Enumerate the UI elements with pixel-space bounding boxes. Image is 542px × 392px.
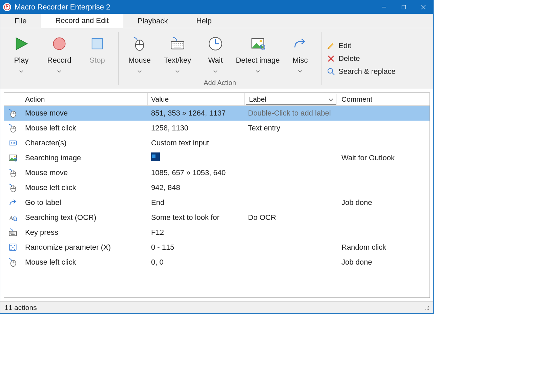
text-key-button[interactable]: Text/key [159,30,196,79]
delete-x-icon [327,55,335,63]
record-button[interactable]: Record [40,30,78,79]
table-row[interactable]: Randomize parameter (X)0 - 115Random cli… [4,240,430,255]
resize-grip-icon[interactable] [424,304,429,312]
delete-button[interactable]: Delete [327,54,396,63]
mouse-button[interactable]: Mouse [121,30,159,79]
status-text: 11 actions [4,304,37,312]
pencil-icon [327,42,335,50]
table-row[interactable]: Mouse left click0, 0Job done [4,255,430,270]
chevron-down-icon [138,67,142,75]
cell-value: F12 [148,228,245,237]
cell-value: End [148,198,245,207]
cell-comment: Random click [338,243,430,252]
cell-value: 1258, 1130 [148,124,245,132]
record-icon [52,34,67,53]
svg-point-28 [260,40,262,42]
svg-point-74 [11,249,12,250]
close-button[interactable] [414,0,433,14]
table-row[interactable]: Searching imageWait for Outlook [4,150,430,165]
search-replace-label: Search & replace [338,67,396,76]
svg-point-5 [53,38,65,49]
key-icon [4,228,22,237]
tab-playback[interactable]: Playback [123,14,182,28]
edit-button[interactable]: Edit [327,41,396,50]
random-icon [4,243,22,252]
table-row[interactable]: Mouse left click1258, 1130Text entry [4,121,430,136]
mouse-icon [4,183,22,192]
stop-button[interactable]: Stop [78,30,116,79]
minimize-button[interactable] [374,0,394,14]
cell-value [148,152,245,163]
window-title: Macro Recorder Enterprise 2 [15,3,110,12]
cell-action: Go to label [22,198,148,207]
cell-comment: Job done [338,258,430,267]
clock-icon [208,34,223,53]
chevron-down-icon [19,67,23,75]
cell-label[interactable]: Text entry [245,124,338,132]
cell-action: Character(s) [22,139,148,147]
cell-value: 0 - 115 [148,243,245,252]
tab-file[interactable]: File [0,14,41,28]
chars-icon: AB [4,139,22,147]
svg-point-82 [425,309,426,309]
title-bar: Macro Recorder Enterprise 2 [0,0,433,14]
cell-action: Mouse move [22,109,148,118]
chevron-down-icon [57,67,61,75]
table-body: Mouse move851, 353 » 1264, 1137Double-Cl… [4,106,430,297]
table-row[interactable]: Mouse move1085, 657 » 1053, 640 [4,165,430,180]
svg-point-81 [428,307,429,308]
table-header: Action Value Label Comment [4,93,430,106]
svg-line-57 [16,220,17,221]
column-header-value[interactable]: Value [148,93,245,105]
redo-arrow-icon [293,34,308,53]
cell-value: 1085, 657 » 1053, 640 [148,168,245,177]
cell-action: Searching text (OCR) [22,213,148,222]
image-search-icon [250,34,265,53]
table-row[interactable]: ABCharacter(s)Custom text input [4,136,430,150]
mouse-icon [132,34,147,53]
cell-value: 0, 0 [148,258,245,267]
app-window: Macro Recorder Enterprise 2 File Record … [0,0,434,314]
chevron-down-icon [298,67,302,75]
cell-value: Custom text input [148,139,245,147]
column-header-comment[interactable]: Comment [338,93,430,105]
misc-button[interactable]: Misc [281,30,319,79]
label-select[interactable]: Label [246,94,336,105]
cell-comment: Wait for Outlook [338,153,430,162]
wait-button[interactable]: Wait [196,30,234,79]
svg-rect-6 [92,39,103,49]
svg-point-72 [14,245,15,246]
svg-point-33 [328,68,333,73]
mouse-icon [4,124,22,132]
tab-help[interactable]: Help [182,14,226,28]
cell-label[interactable]: Do OCR [245,213,338,222]
play-button[interactable]: Play [2,30,40,79]
svg-line-30 [264,48,265,49]
stop-icon [90,34,105,53]
table-row[interactable]: AaSearching text (OCR)Some text to look … [4,210,430,225]
mouse-icon [4,258,22,267]
table-row[interactable]: Mouse move851, 353 » 1264, 1137Double-Cl… [4,106,430,121]
column-header-label[interactable]: Label [245,93,338,105]
table-row[interactable]: Mouse left click942, 848 [4,180,430,195]
search-replace-button[interactable]: Search & replace [327,67,396,76]
table-row[interactable]: Key pressF12 [4,225,430,240]
cell-action: Mouse left click [22,258,148,267]
maximize-button[interactable] [394,0,414,14]
column-header-icon[interactable] [4,93,22,105]
svg-point-73 [12,247,13,248]
detect-image-button[interactable]: Detect image [234,30,281,79]
svg-point-75 [14,249,15,250]
chevron-down-icon [256,67,260,75]
svg-rect-2 [402,5,406,9]
cell-label[interactable]: Double-Click to add label [245,109,338,118]
svg-point-80 [427,307,428,308]
column-header-action[interactable]: Action [22,93,148,105]
status-bar: 11 actions [0,301,433,313]
table-row[interactable]: Go to labelEndJob done [4,195,430,210]
svg-point-79 [428,306,429,307]
cell-action: Mouse move [22,168,148,177]
tab-record-and-edit[interactable]: Record and Edit [41,14,123,28]
cell-value: Some text to look for [148,213,245,222]
svg-line-47 [17,161,17,162]
